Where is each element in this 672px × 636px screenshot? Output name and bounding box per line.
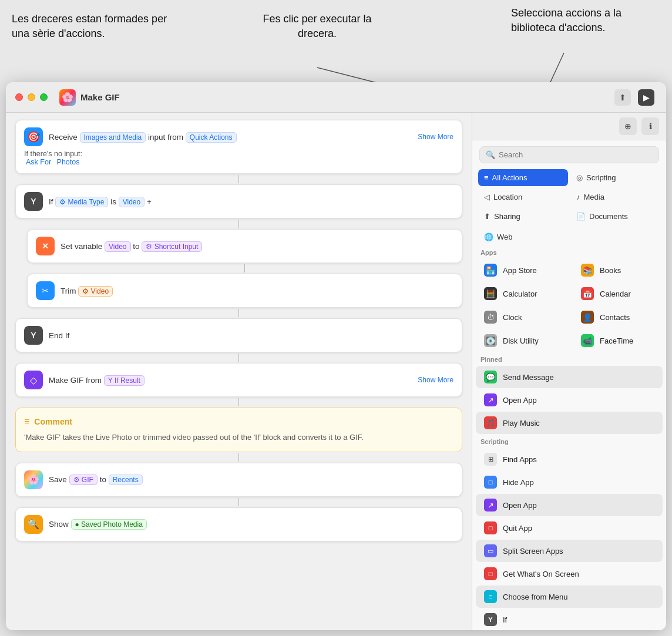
save-text-1: Save	[49, 475, 69, 484]
set-var-content: Set variable Video to ⚙ Shortcut Input	[61, 242, 453, 251]
cat-documents[interactable]: 📄 Documents	[570, 208, 660, 225]
if-action-label: If	[503, 615, 507, 624]
step-trim[interactable]: ✂ Trim ⚙ Video	[27, 274, 462, 308]
action-disk-utility[interactable]: 💽 Disk Utility	[476, 329, 566, 352]
trim-text: Trim	[61, 287, 78, 295]
receive-photos[interactable]: Photos	[57, 158, 80, 166]
step-if[interactable]: Y If ⚙ Media Type is Video +	[15, 184, 462, 218]
disk-utility-label: Disk Utility	[503, 336, 539, 345]
step-end-if[interactable]: Y End If	[15, 318, 462, 352]
cat-media[interactable]: ♪ Media	[570, 189, 660, 206]
app-store-icon: 🏪	[484, 264, 497, 277]
comment-text: 'Make GIF' takes the Live Photo or trimm…	[24, 432, 453, 443]
step-set-variable[interactable]: ✕ Set variable Video to ⚙ Shortcut Input	[27, 229, 462, 263]
play-button[interactable]: ▶	[638, 89, 654, 106]
make-gif-show-more[interactable]: Show More	[418, 376, 453, 384]
search-input[interactable]	[499, 150, 653, 159]
receive-content: Receive Images and Media input from Quic…	[49, 133, 412, 142]
connector-7	[15, 452, 462, 463]
cat-location[interactable]: ◁ Location	[478, 189, 568, 206]
action-if[interactable]: Y If	[476, 608, 663, 630]
calculator-icon: 🧮	[484, 287, 497, 300]
if-text-1: If	[49, 197, 55, 206]
documents-icon: 📄	[576, 212, 586, 221]
cat-scripting[interactable]: ◎ Scripting	[570, 169, 660, 186]
info-button[interactable]: ℹ	[641, 117, 659, 135]
action-clock[interactable]: ⏱ Clock	[476, 306, 566, 328]
receive-no-input-text: If there's no input:	[24, 150, 82, 158]
action-open-app-pinned[interactable]: ↗ Open App	[476, 389, 663, 411]
if-badge-video: Video	[119, 197, 145, 207]
disk-utility-icon: 💽	[484, 334, 497, 347]
open-app-pinned-label: Open App	[503, 396, 537, 405]
save-badge-gif: ⚙ GIF	[69, 475, 98, 485]
apps-grid: 🏪 App Store 📚 Books 🧮 Calculator 📅 Calen…	[472, 258, 666, 352]
action-facetime[interactable]: 📹 FaceTime	[573, 329, 663, 352]
show-icon: 🔍	[24, 515, 43, 534]
step-show[interactable]: 🔍 Show ● Saved Photo Media	[15, 507, 462, 541]
get-screen-icon: □	[484, 567, 497, 580]
section-apps: Apps	[472, 245, 666, 258]
action-get-whats-on-screen[interactable]: □ Get What's On Screen	[476, 563, 663, 585]
receive-show-more[interactable]: Show More	[418, 133, 453, 141]
sharing-icon: ⬆	[484, 212, 490, 221]
action-choose-from-menu[interactable]: ≡ Choose from Menu	[476, 585, 663, 608]
action-books[interactable]: 📚 Books	[573, 259, 663, 281]
books-label: Books	[600, 266, 621, 275]
comment-title: Comment	[34, 417, 72, 426]
cat-web[interactable]: 🌐 Web	[472, 228, 666, 245]
if-content: If ⚙ Media Type is Video +	[49, 197, 453, 206]
step-save[interactable]: 🌸 Save ⚙ GIF to Recents	[15, 463, 462, 497]
action-hide-app[interactable]: □ Hide App	[476, 471, 663, 493]
title-bar: 🌸 Make GIF ⬆ ▶	[6, 82, 666, 113]
connector-8	[15, 497, 462, 507]
action-find-apps[interactable]: ⊞ Find Apps	[476, 448, 663, 470]
step-comment[interactable]: ≡ Comment 'Make GIF' takes the Live Phot…	[15, 408, 462, 452]
share-button[interactable]: ⬆	[614, 89, 631, 106]
category-grid: ≡ All Actions ◎ Scripting ◁ Location ♪ M…	[472, 169, 666, 225]
action-list: Apps 🏪 App Store 📚 Books 🧮 Calculator	[472, 245, 666, 630]
receive-ask-for[interactable]: Ask For	[26, 158, 51, 166]
calendar-icon: 📅	[581, 287, 594, 300]
step-make-gif[interactable]: ◇ Make GIF from Y If Result Show More	[15, 363, 462, 397]
all-actions-label: All Actions	[492, 173, 527, 182]
receive-icon: 🎯	[24, 127, 43, 146]
send-message-label: Send Message	[503, 373, 554, 382]
trim-content: Trim ⚙ Video	[61, 287, 453, 295]
open-app-pinned-icon: ↗	[484, 393, 497, 406]
action-split-screen[interactable]: ▭ Split Screen Apps	[476, 540, 663, 562]
connector-1	[15, 174, 462, 184]
minimize-button[interactable]	[28, 93, 35, 101]
receive-badge-images: Images and Media	[80, 132, 146, 143]
search-bar[interactable]: 🔍	[479, 146, 659, 163]
add-to-library-button[interactable]: ⊕	[619, 117, 637, 135]
cat-sharing[interactable]: ⬆ Sharing	[478, 208, 568, 225]
scripting-icon: ◎	[576, 173, 583, 182]
web-icon: 🌐	[484, 233, 493, 241]
books-icon: 📚	[581, 264, 594, 277]
action-quit-app[interactable]: □ Quit App	[476, 517, 663, 539]
if-plus: +	[147, 197, 152, 206]
main-window: 🌸 Make GIF ⬆ ▶ 🎯 Receive Images and Medi…	[6, 82, 666, 630]
action-app-store[interactable]: 🏪 App Store	[476, 259, 566, 281]
action-play-music[interactable]: 🎵 Play Music	[476, 412, 663, 434]
action-open-app[interactable]: ↗ Open App	[476, 494, 663, 516]
action-contacts[interactable]: 👤 Contacts	[573, 306, 663, 328]
action-calculator[interactable]: 🧮 Calculator	[476, 282, 566, 305]
maximize-button[interactable]	[40, 93, 48, 101]
find-apps-label: Find Apps	[503, 455, 537, 464]
title-bar-actions: ⬆ ▶	[614, 89, 654, 106]
end-if-text: End If	[49, 331, 69, 340]
facetime-label: FaceTime	[600, 336, 633, 345]
hide-app-icon: □	[484, 476, 497, 489]
set-var-badge-input: ⚙ Shortcut Input	[142, 241, 202, 252]
step-receive[interactable]: 🎯 Receive Images and Media input from Qu…	[15, 120, 462, 174]
choose-menu-icon: ≡	[484, 590, 497, 603]
nested-block: ✕ Set variable Video to ⚙ Shortcut Input	[27, 229, 462, 308]
action-send-message[interactable]: 💬 Send Message	[476, 366, 663, 388]
app-store-label: App Store	[503, 266, 537, 275]
cat-all-actions[interactable]: ≡ All Actions	[478, 169, 568, 186]
choose-menu-label: Choose from Menu	[503, 593, 568, 601]
action-calendar[interactable]: 📅 Calendar	[573, 282, 663, 305]
close-button[interactable]	[15, 93, 23, 101]
